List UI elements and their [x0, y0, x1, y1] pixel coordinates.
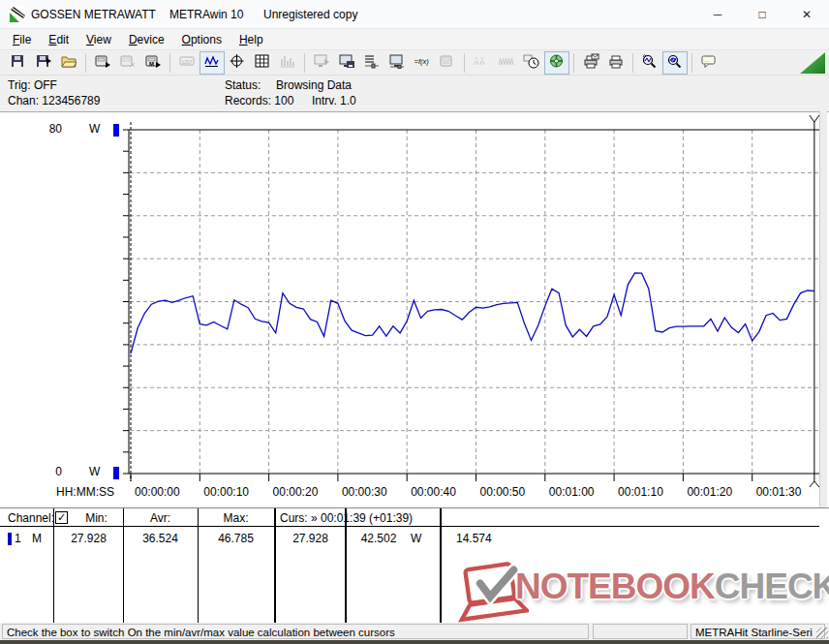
- x-tick-label: 00:00:20: [273, 485, 319, 499]
- chart-panel: 80 W 0 W HH:MM:SS 00:00:0000:00:1000:00:…: [0, 111, 829, 507]
- statusbar-device-name: METRAHit Starline-Seri: [691, 624, 825, 639]
- open-file-button[interactable]: [56, 51, 81, 75]
- column-header-max: Max:: [198, 511, 274, 525]
- column-header-min: Min:: [70, 511, 123, 525]
- y-axis-min-label: 0: [29, 465, 62, 478]
- folder-open-icon: [60, 53, 77, 73]
- meter-in-icon: [94, 53, 111, 73]
- bars-icon: [279, 53, 296, 73]
- column-header-cursor: Curs: » 00:01:39 (+01:39): [280, 511, 413, 525]
- trigger-status: Trig: OFF: [8, 78, 57, 92]
- zoom-browse-button[interactable]: [662, 51, 688, 75]
- display-config-button[interactable]: [384, 51, 410, 75]
- channel-scale-marker-top: [113, 124, 119, 137]
- minmax-checkbox[interactable]: ✓: [55, 511, 68, 524]
- disk-icon: [10, 53, 27, 73]
- status-bar: Check the box to switch On the min/avr/m…: [0, 623, 829, 640]
- menu-item-help[interactable]: Help: [230, 29, 272, 49]
- toolbar-separator: [169, 53, 170, 73]
- save-as-button[interactable]: [31, 51, 56, 75]
- fx-icon: =f(x): [414, 53, 431, 73]
- interval-value: Intrv. 1.0: [312, 94, 356, 107]
- curve-view-button[interactable]: [200, 51, 225, 75]
- app-logo-icon: [10, 7, 25, 22]
- device-offline-button: [115, 51, 140, 75]
- menu-item-file[interactable]: File: [4, 29, 40, 49]
- cell-avr: 36.524: [123, 532, 198, 545]
- hint-button[interactable]: ···: [696, 51, 722, 75]
- svg-text:M: M: [149, 61, 154, 67]
- window-title-app: GOSSEN METRAWATT: [31, 8, 156, 21]
- wave-aa-icon: [473, 53, 490, 73]
- table-header-divider: [0, 526, 819, 527]
- window-bottom-edge: [0, 640, 829, 644]
- column-header-avr: Avr:: [123, 511, 198, 525]
- target-green-icon: [548, 53, 566, 73]
- zoom-wave-icon: [641, 53, 659, 73]
- cell-max: 46.785: [198, 532, 274, 545]
- toolbar-separator: [632, 53, 633, 73]
- channel-config-button[interactable]: [359, 51, 384, 75]
- x-tick-label: 00:01:00: [549, 485, 595, 499]
- svg-text:1257: 1257: [182, 58, 193, 64]
- channel-scale-marker-bottom: [113, 467, 119, 479]
- monitor-slider-icon: [388, 53, 406, 73]
- table-view-button[interactable]: [250, 51, 275, 75]
- power-trace: [131, 273, 814, 353]
- close-button[interactable]: ✕: [784, 0, 829, 29]
- meter-x-icon: [119, 53, 137, 73]
- cursor-view-button[interactable]: [225, 51, 250, 75]
- x-tick-label: 00:00:10: [203, 485, 249, 499]
- title-bar: GOSSEN METRAWATT METRAwin 10 Unregistere…: [0, 0, 829, 29]
- toolbar-separator: [464, 53, 465, 73]
- cell-cursor-delta: 14.574: [456, 532, 492, 545]
- x-tick-label: 00:00:30: [342, 485, 387, 499]
- zoom-mode-button[interactable]: [637, 51, 662, 75]
- crosshair-icon: [229, 53, 246, 73]
- print-button[interactable]: [603, 51, 629, 75]
- x-tick-label: 00:00:40: [411, 485, 456, 499]
- read-device-button[interactable]: [90, 51, 115, 75]
- save-button[interactable]: [6, 51, 31, 75]
- menu-item-options[interactable]: Options: [173, 29, 230, 49]
- record-to-disk-button[interactable]: [334, 51, 359, 75]
- channel-color-marker: [8, 533, 12, 545]
- app-window: GOSSEN METRAWATT METRAwin 10 Unregistere…: [0, 0, 829, 644]
- status-label: Status:: [225, 78, 261, 92]
- measurement-table: Channel: ✓ Min: Avr: Max: Curs: » 00:01:…: [0, 507, 829, 623]
- acquisition-info-bar: Trig: OFF Chan: 123456789 Status: Browsi…: [0, 76, 829, 111]
- curve-icon: [203, 53, 221, 73]
- formula-button[interactable]: =f(x): [410, 51, 435, 75]
- cell-cursor2-value: 42.502: [347, 532, 411, 545]
- toolbar-separator: [304, 53, 305, 73]
- notebookcheck-watermark: NOTEBOOKCHECK: [453, 561, 827, 623]
- window-controls: ─ □ ✕: [695, 0, 829, 29]
- monitor-disk-icon: [338, 53, 355, 73]
- power-chart[interactable]: [0, 112, 829, 508]
- records-count: Records: 100: [225, 94, 293, 107]
- toolbar-separator: [573, 53, 574, 73]
- wave-dense-icon: [498, 53, 515, 73]
- print-report-button[interactable]: [578, 51, 603, 75]
- device-settings-button: [435, 51, 460, 75]
- statusbar-empty-panel: [593, 624, 688, 639]
- menu-item-edit[interactable]: Edit: [40, 29, 77, 49]
- clock-icon: [523, 53, 540, 73]
- x-axis-format-label: HH:MM:SS: [56, 485, 114, 499]
- maximize-button[interactable]: □: [740, 0, 784, 29]
- timer-setup-button[interactable]: [519, 51, 544, 75]
- window-title-product: METRAwin 10: [169, 8, 243, 21]
- minimize-button[interactable]: ─: [695, 0, 740, 29]
- resize-grip[interactable]: [816, 628, 828, 639]
- print-mail-icon: [582, 53, 599, 73]
- channel-list: Chan: 123456789: [8, 94, 100, 107]
- toolbar-separator: [85, 53, 86, 73]
- live-record-button[interactable]: [544, 51, 569, 75]
- tooltip-icon: ···: [700, 53, 718, 73]
- menu-item-device[interactable]: Device: [120, 29, 173, 49]
- read-memory-button[interactable]: M: [140, 51, 166, 75]
- y-axis-unit-top: W: [89, 122, 100, 136]
- x-tick-label: 00:01:10: [618, 485, 663, 499]
- column-header-channel: Channel:: [8, 511, 54, 525]
- menu-item-view[interactable]: View: [77, 29, 120, 49]
